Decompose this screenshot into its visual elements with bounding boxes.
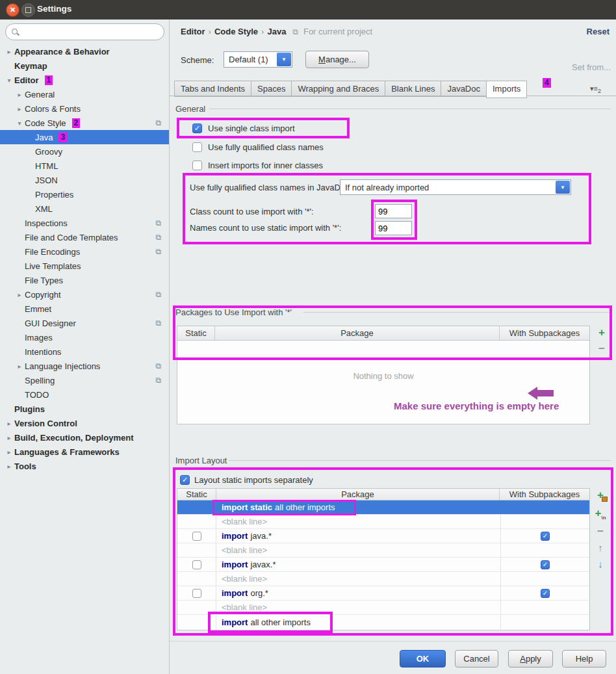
sidebar-item-inspections[interactable]: Inspections⧉: [0, 216, 169, 230]
names-count-input[interactable]: [375, 221, 412, 235]
static-checkbox[interactable]: [192, 560, 201, 569]
sidebar-item-file-types[interactable]: File Types: [0, 273, 169, 287]
sidebar-item-file-encodings[interactable]: File Encodings⧉: [0, 244, 169, 259]
chevron-down-icon[interactable]: ▾: [4, 77, 14, 84]
subpackages-checkbox[interactable]: ✓: [541, 560, 550, 569]
chevron-down-icon[interactable]: ▼: [556, 181, 570, 194]
chevron-down-icon[interactable]: ▾: [14, 120, 25, 127]
class-count-input[interactable]: [375, 204, 412, 218]
sidebar-item-editor[interactable]: ▾Editor1: [0, 73, 169, 87]
window-restore-button[interactable]: [21, 3, 35, 17]
sidebar-item-properties[interactable]: Properties: [0, 187, 169, 201]
remove-package-button[interactable]: −: [595, 343, 608, 356]
add-package-row-button[interactable]: +: [594, 489, 607, 502]
sidebar-item-java[interactable]: Java3: [0, 130, 169, 144]
sidebar-item-keymap[interactable]: Keymap: [0, 58, 169, 73]
window-close-button[interactable]: ✕: [6, 3, 19, 17]
breadcrumb-java[interactable]: Java: [267, 27, 286, 36]
chevron-down-icon[interactable]: ▼: [277, 53, 291, 66]
static-checkbox[interactable]: [192, 532, 201, 541]
breadcrumb-editor[interactable]: Editor: [181, 27, 205, 36]
chevron-right-icon[interactable]: ▸: [14, 105, 25, 112]
tab-list-icon[interactable]: ▾≡2: [590, 84, 601, 94]
tab-javadoc[interactable]: JavaDoc: [441, 81, 486, 97]
import-row-static-all-other[interactable]: import staticall other imports: [177, 500, 589, 515]
remove-row-button[interactable]: −: [594, 526, 607, 539]
import-col-package[interactable]: Package: [216, 489, 500, 500]
move-up-button[interactable]: ↑: [594, 542, 607, 555]
chevron-right-icon[interactable]: ▸: [14, 291, 25, 298]
tab-wrapping-and-braces[interactable]: Wrapping and Braces: [291, 81, 385, 97]
import-row-blank-line[interactable]: <blank line>: [177, 515, 589, 529]
sidebar-item-live-templates[interactable]: Live Templates: [0, 259, 169, 273]
tab-blank-lines[interactable]: Blank Lines: [385, 81, 441, 97]
sidebar-item-gui-designer[interactable]: GUI Designer⧉: [0, 316, 169, 330]
import-row-javax[interactable]: importjavax.* ✓: [177, 558, 589, 572]
single-class-import-checkbox[interactable]: ✓: [192, 123, 202, 133]
tab-tabs-and-indents[interactable]: Tabs and Indents: [174, 81, 251, 97]
single-class-import-label[interactable]: Use single class import: [208, 123, 295, 133]
scheme-dropdown[interactable]: Default (1) ▼: [224, 51, 292, 68]
import-col-subpackages[interactable]: With Subpackages: [500, 489, 589, 500]
inner-classes-import-label[interactable]: Insert imports for inner classes: [208, 161, 323, 170]
import-row-org[interactable]: importorg.* ✓: [177, 586, 589, 601]
help-button[interactable]: Help: [562, 650, 606, 668]
sidebar-item-todo[interactable]: TODO: [0, 387, 169, 402]
fully-qualified-names-label[interactable]: Use fully qualified class names: [208, 142, 324, 152]
chevron-right-icon[interactable]: ▸: [14, 91, 25, 98]
import-row-all-other[interactable]: importall other imports: [177, 615, 589, 629]
reset-link[interactable]: Reset: [587, 27, 610, 36]
import-row-java[interactable]: importjava.* ✓: [177, 529, 589, 543]
sidebar-item-copyright[interactable]: ▸Copyright⧉: [0, 287, 169, 302]
chevron-right-icon[interactable]: ▸: [4, 463, 14, 470]
chevron-right-icon[interactable]: ▸: [4, 48, 14, 55]
inner-classes-import-checkbox[interactable]: [192, 161, 202, 170]
sidebar-item-images[interactable]: Images: [0, 330, 169, 344]
static-checkbox[interactable]: [192, 589, 201, 598]
sidebar-item-plugins[interactable]: Plugins: [0, 402, 169, 416]
fully-qualified-names-checkbox[interactable]: [192, 142, 202, 152]
sidebar-item-file-and-code-templates[interactable]: File and Code Templates⧉: [0, 230, 169, 244]
packages-col-static[interactable]: Static: [177, 326, 215, 340]
ok-button[interactable]: OK: [400, 650, 446, 668]
tab-imports[interactable]: Imports: [486, 81, 527, 98]
add-package-button[interactable]: +: [595, 327, 608, 340]
sidebar-item-build-execution-deployment[interactable]: ▸Build, Execution, Deployment: [0, 430, 169, 445]
sidebar-item-tools[interactable]: ▸Tools: [0, 459, 169, 473]
sidebar-item-version-control[interactable]: ▸Version Control: [0, 416, 169, 430]
chevron-right-icon[interactable]: ▸: [4, 448, 14, 456]
add-blank-line-button[interactable]: +\n: [594, 508, 607, 521]
cancel-button[interactable]: Cancel: [455, 650, 498, 668]
sidebar-item-html[interactable]: HTML: [0, 159, 169, 173]
sidebar-item-colors-fonts[interactable]: ▸Colors & Fonts: [0, 101, 169, 116]
sidebar-item-languages-frameworks[interactable]: ▸Languages & Frameworks: [0, 445, 169, 459]
layout-static-separately-label[interactable]: Layout static imports separately: [194, 475, 313, 485]
sidebar-item-xml[interactable]: XML: [0, 201, 169, 216]
subpackages-checkbox[interactable]: ✓: [541, 589, 550, 598]
packages-col-subpackages[interactable]: With Subpackages: [500, 326, 589, 340]
import-row-blank-line[interactable]: <blank line>: [177, 543, 589, 558]
layout-static-separately-checkbox[interactable]: ✓: [180, 475, 190, 485]
settings-search-box[interactable]: [5, 23, 164, 40]
chevron-right-icon[interactable]: ▸: [4, 434, 14, 441]
import-row-blank-line[interactable]: <blank line>: [177, 601, 589, 615]
apply-button[interactable]: Apply: [508, 650, 553, 668]
sidebar-item-code-style[interactable]: ▾Code Style2⧉: [0, 116, 169, 130]
set-from-link[interactable]: Set from...: [572, 62, 611, 72]
sidebar-item-intentions[interactable]: Intentions: [0, 344, 169, 359]
breadcrumb-code-style[interactable]: Code Style: [214, 27, 258, 36]
packages-col-package[interactable]: Package: [215, 326, 500, 340]
chevron-right-icon[interactable]: ▸: [4, 420, 14, 427]
manage-button[interactable]: Manage...: [305, 51, 369, 68]
sidebar-item-appearance-behavior[interactable]: ▸Appearance & Behavior: [0, 44, 169, 58]
sidebar-item-language-injections[interactable]: ▸Language Injections⧉: [0, 359, 169, 373]
tab-spaces[interactable]: Spaces: [251, 81, 291, 97]
subpackages-checkbox[interactable]: ✓: [541, 532, 550, 541]
sidebar-item-groovy[interactable]: Groovy: [0, 144, 169, 159]
sidebar-item-json[interactable]: JSON: [0, 173, 169, 187]
packages-table-body[interactable]: [177, 341, 590, 424]
javadoc-fqn-dropdown[interactable]: If not already imported ▼: [340, 179, 571, 195]
search-input[interactable]: [23, 27, 164, 38]
import-col-static[interactable]: Static: [177, 489, 216, 500]
sidebar-item-emmet[interactable]: Emmet: [0, 302, 169, 316]
